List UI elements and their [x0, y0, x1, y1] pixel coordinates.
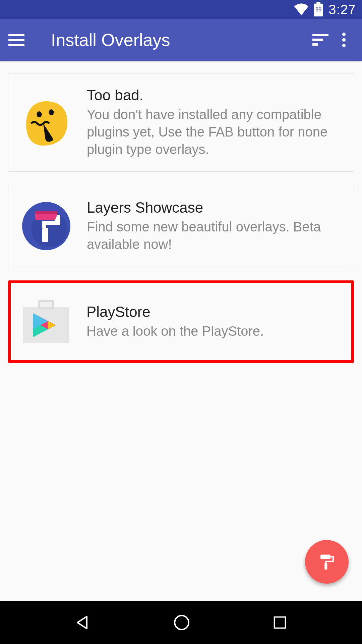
svg-rect-14	[35, 211, 57, 214]
card-title: PlayStore	[86, 304, 345, 320]
status-time: 3:27	[328, 2, 356, 17]
svg-rect-24	[324, 563, 327, 570]
paint-roller-icon	[318, 553, 336, 571]
svg-point-25	[175, 615, 189, 630]
card-subtitle: Find some new beautiful overlays. Beta a…	[87, 218, 344, 253]
wifi-icon	[294, 3, 308, 15]
svg-rect-23	[320, 554, 330, 559]
back-button[interactable]	[75, 614, 91, 631]
card-title: Layers Showcase	[87, 199, 344, 216]
svg-point-6	[342, 33, 346, 36]
status-bar: 99 3:27	[0, 0, 362, 19]
playstore-card[interactable]: PlayStore Have a look on the PlayStore.	[8, 280, 354, 363]
overflow-menu-button[interactable]	[334, 33, 354, 47]
navigation-bar	[0, 601, 362, 644]
menu-button[interactable]	[8, 34, 35, 46]
svg-rect-5	[312, 43, 318, 46]
sad-emoji-icon	[18, 94, 75, 151]
empty-state-card: Too bad. You don't have installed any co…	[8, 73, 354, 172]
svg-rect-15	[42, 228, 48, 242]
fab-paint-button[interactable]	[305, 540, 349, 584]
svg-point-10	[49, 109, 54, 115]
recents-button[interactable]	[273, 615, 287, 630]
card-subtitle: You don't have installed any compatible …	[87, 106, 344, 158]
sort-button[interactable]	[307, 34, 334, 46]
svg-rect-0	[8, 34, 24, 36]
card-subtitle: Have a look on the PlayStore.	[86, 322, 345, 340]
svg-point-9	[37, 111, 42, 117]
page-title: Install Overlays	[35, 30, 307, 50]
home-button[interactable]	[173, 614, 190, 631]
playstore-icon	[17, 293, 74, 350]
svg-rect-4	[312, 39, 323, 41]
svg-point-7	[342, 38, 346, 42]
svg-point-8	[342, 44, 346, 47]
app-bar: Install Overlays	[0, 19, 362, 61]
card-title: Too bad.	[87, 87, 344, 104]
svg-rect-18	[40, 302, 52, 307]
content-area: Too bad. You don't have installed any co…	[0, 61, 362, 375]
svg-rect-1	[8, 39, 24, 41]
svg-rect-3	[312, 34, 328, 36]
battery-level: 99	[315, 7, 321, 13]
svg-rect-2	[8, 44, 24, 46]
layers-roller-icon	[18, 198, 75, 255]
layers-showcase-card[interactable]: Layers Showcase Find some new beautiful …	[8, 184, 354, 268]
battery-icon: 99	[314, 2, 323, 16]
svg-rect-26	[275, 617, 286, 628]
